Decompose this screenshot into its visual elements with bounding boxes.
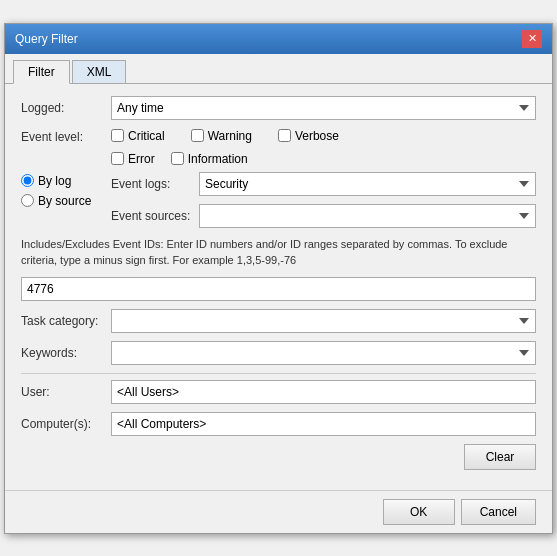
- clear-button-row: Clear: [21, 444, 536, 470]
- event-level-row: Event level: Critical Warning Verbose: [21, 128, 536, 144]
- keywords-select-wrapper: [111, 341, 536, 365]
- task-category-select[interactable]: [111, 309, 536, 333]
- logged-select-wrapper: Any time Last hour Last 12 hours Last 24…: [111, 96, 536, 120]
- divider: [21, 373, 536, 374]
- event-logs-label: Event logs:: [111, 177, 191, 191]
- information-label: Information: [188, 152, 248, 166]
- clear-button[interactable]: Clear: [464, 444, 536, 470]
- by-source-radio[interactable]: [21, 194, 34, 207]
- by-log-radio[interactable]: [21, 174, 34, 187]
- event-level-label: Event level:: [21, 128, 111, 144]
- logged-label: Logged:: [21, 101, 111, 115]
- radio-section: By log By source Event logs: Security: [21, 172, 536, 228]
- error-checkbox-label[interactable]: Error: [111, 152, 155, 166]
- warning-label: Warning: [208, 129, 252, 143]
- by-source-radio-label[interactable]: By source: [21, 194, 111, 208]
- information-checkbox[interactable]: [171, 152, 184, 165]
- verbose-checkbox-label[interactable]: Verbose: [278, 129, 339, 143]
- tab-filter[interactable]: Filter: [13, 60, 70, 84]
- filter-content: Logged: Any time Last hour Last 12 hours…: [5, 84, 552, 490]
- logged-row: Logged: Any time Last hour Last 12 hours…: [21, 96, 536, 120]
- close-button[interactable]: ✕: [522, 30, 542, 48]
- keywords-select[interactable]: [111, 341, 536, 365]
- user-input[interactable]: [111, 380, 536, 404]
- logged-select[interactable]: Any time Last hour Last 12 hours Last 24…: [111, 96, 536, 120]
- computer-label: Computer(s):: [21, 417, 111, 431]
- user-input-wrapper: [111, 380, 536, 404]
- by-log-radio-label[interactable]: By log: [21, 174, 111, 188]
- radio-column: By log By source: [21, 172, 111, 228]
- event-sources-select[interactable]: [199, 204, 536, 228]
- error-checkbox[interactable]: [111, 152, 124, 165]
- critical-checkbox[interactable]: [111, 129, 124, 142]
- event-logs-select[interactable]: Security: [199, 172, 536, 196]
- verbose-label: Verbose: [295, 129, 339, 143]
- cancel-button[interactable]: Cancel: [461, 499, 536, 525]
- computer-row: Computer(s):: [21, 412, 536, 436]
- checkboxes-second-row: Error Information: [111, 152, 536, 166]
- warning-checkbox-label[interactable]: Warning: [191, 129, 252, 143]
- query-filter-dialog: Query Filter ✕ Filter XML Logged: Any ti…: [4, 23, 553, 534]
- event-fields: Event logs: Security Event sources:: [111, 172, 536, 228]
- event-sources-row: Event sources:: [111, 204, 536, 228]
- tab-bar: Filter XML: [5, 54, 552, 84]
- by-log-label: By log: [38, 174, 71, 188]
- checkboxes-first-row: Critical Warning Verbose: [111, 129, 355, 143]
- keywords-row: Keywords:: [21, 341, 536, 365]
- event-logs-select-wrapper: Security: [199, 172, 536, 196]
- warning-checkbox[interactable]: [191, 129, 204, 142]
- event-id-input[interactable]: [21, 277, 536, 301]
- event-logs-row: Event logs: Security: [111, 172, 536, 196]
- info-text: Includes/Excludes Event IDs: Enter ID nu…: [21, 236, 536, 269]
- user-row: User:: [21, 380, 536, 404]
- task-category-label: Task category:: [21, 314, 111, 328]
- computer-input-wrapper: [111, 412, 536, 436]
- task-category-select-wrapper: [111, 309, 536, 333]
- keywords-label: Keywords:: [21, 346, 111, 360]
- information-checkbox-label[interactable]: Information: [171, 152, 248, 166]
- critical-checkbox-label[interactable]: Critical: [111, 129, 165, 143]
- task-category-row: Task category:: [21, 309, 536, 333]
- verbose-checkbox[interactable]: [278, 129, 291, 142]
- event-sources-label: Event sources:: [111, 209, 191, 223]
- computer-input[interactable]: [111, 412, 536, 436]
- event-sources-select-wrapper: [199, 204, 536, 228]
- title-bar: Query Filter ✕: [5, 24, 552, 54]
- bottom-buttons: OK Cancel: [5, 490, 552, 533]
- user-label: User:: [21, 385, 111, 399]
- critical-label: Critical: [128, 129, 165, 143]
- error-label: Error: [128, 152, 155, 166]
- dialog-title: Query Filter: [15, 32, 78, 46]
- ok-button[interactable]: OK: [383, 499, 455, 525]
- by-source-label: By source: [38, 194, 91, 208]
- tab-xml[interactable]: XML: [72, 60, 127, 83]
